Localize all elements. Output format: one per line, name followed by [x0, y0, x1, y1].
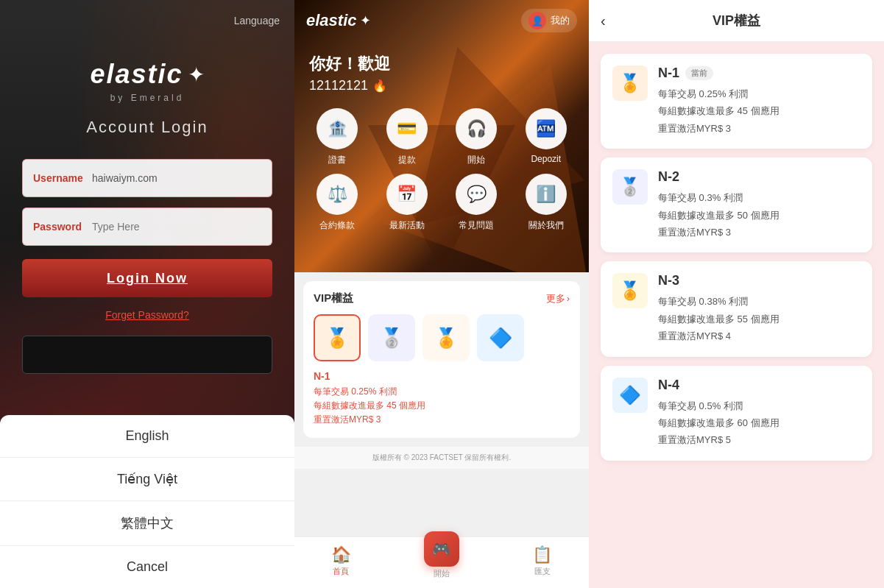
username-row: 12112121 🔥 — [309, 78, 574, 93]
home-username: 12112121 — [309, 78, 368, 93]
home-logo-text: elastic — [306, 11, 357, 30]
activity-icon: 📅 — [386, 174, 428, 215]
activity-label: 最新活動 — [389, 219, 425, 232]
nav-start-button[interactable]: 🎮 開始 — [424, 543, 459, 579]
vip-card-n1: 🏅 N-1 當前 每筆交易 0.25% 利潤 每組數據改進最多 45 個應用 重… — [601, 54, 872, 149]
forget-password-link[interactable]: Forget Password? — [22, 309, 272, 321]
vip-badge-row: 🏅 🥈 🏅 🔷 — [314, 314, 570, 361]
menu-item-certificate[interactable]: 🏦 證書 — [306, 108, 369, 166]
n3-name-row: N-3 — [658, 273, 860, 288]
n1-card-info: N-1 當前 每筆交易 0.25% 利潤 每組數據改進最多 45 個應用 重置激… — [658, 65, 860, 137]
login-form: Username Password Login Now Forget Passw… — [22, 159, 272, 321]
home-logo-icon: ✦ — [360, 13, 371, 29]
vip-page-title: VIP權益 — [712, 12, 760, 29]
menu-item-withdraw[interactable]: 💳 提款 — [376, 108, 439, 166]
language-button[interactable]: Language — [234, 15, 280, 26]
lang-cancel-button[interactable]: Cancel — [0, 546, 294, 588]
home-header: elastic ✦ 👤 我的 你好！歡迎 12112121 🔥 🏦 證書 💳 提 — [294, 0, 589, 272]
terms-icon: ⚖️ — [317, 174, 358, 215]
home-content: VIP權益 更多 › 🏅 🥈 🏅 🔷 — [294, 272, 589, 588]
user-label: 我的 — [551, 14, 570, 27]
n3-card-icon: 🏅 — [619, 280, 641, 301]
password-field: Password — [22, 208, 272, 246]
vip-card-n3: 🏅 N-3 每筆交易 0.38% 利潤 每組數據改進最多 55 個應用 重置激活… — [601, 261, 872, 356]
n2-name-row: N-2 — [658, 169, 860, 185]
start-nav-label: 開始 — [434, 568, 450, 579]
by-emerald-label: by Emerald — [90, 93, 204, 103]
lang-option-english[interactable]: English — [0, 415, 294, 458]
home-panel: elastic ✦ 👤 我的 你好！歡迎 12112121 🔥 🏦 證書 💳 提 — [294, 0, 589, 588]
language-dropdown: English Tiếng Việt 繁體中文 Cancel — [0, 415, 294, 588]
fire-icon: 🔥 — [372, 79, 387, 93]
start-label: 開始 — [467, 154, 485, 166]
home-topbar: elastic ✦ 👤 我的 — [294, 0, 589, 41]
menu-item-start[interactable]: 🎧 開始 — [445, 108, 508, 166]
vip-card-list: 🏅 N-1 當前 每筆交易 0.25% 利潤 每組數據改進最多 45 個應用 重… — [589, 42, 884, 588]
n4-card-name: N-4 — [658, 378, 679, 393]
n2-card-icon: 🥈 — [619, 177, 641, 197]
home-nav-label: 首頁 — [333, 566, 349, 577]
certificate-label: 證書 — [328, 154, 346, 166]
wallet-nav-label: 匯支 — [534, 566, 551, 577]
vip-section: VIP權益 更多 › 🏅 🥈 🏅 🔷 — [303, 281, 580, 438]
chevron-right-icon: › — [567, 293, 570, 304]
menu-item-about[interactable]: ℹ️ 關於我們 — [515, 174, 578, 232]
faq-label: 常見問題 — [459, 219, 494, 232]
n4-name-row: N-4 — [658, 378, 860, 393]
nav-home-button[interactable]: 🏠 首頁 — [331, 545, 351, 577]
login-panel: Language elastic ✦ by Emerald Account Lo… — [0, 0, 294, 588]
user-profile-button[interactable]: 👤 我的 — [521, 9, 577, 32]
n1-card-details: 每筆交易 0.25% 利潤 每組數據改進最多 45 個應用 重置激活MYR$ 3 — [658, 85, 860, 137]
about-icon: ℹ️ — [526, 174, 567, 215]
n2-card-name: N-2 — [658, 169, 679, 185]
menu-item-terms[interactable]: ⚖️ 合約條款 — [306, 174, 369, 232]
wallet-nav-icon: 📋 — [532, 545, 552, 564]
n3-badge-icon: 🏅 — [434, 327, 458, 350]
lang-option-chinese[interactable]: 繁體中文 — [0, 501, 294, 546]
home-footer: 版權所有 © 2023 FACTSET 保留所有權利. — [294, 447, 589, 469]
bottom-navigation: 🏠 首頁 🎮 開始 📋 匯支 — [294, 536, 589, 588]
username-input[interactable] — [92, 172, 261, 184]
vip-section-title: VIP權益 — [314, 291, 353, 305]
n3-card-name: N-3 — [658, 273, 679, 288]
n4-card-icon: 🔷 — [619, 385, 641, 405]
welcome-text: 你好！歡迎 — [309, 53, 574, 75]
home-logo: elastic ✦ — [306, 11, 371, 30]
vip-more-button[interactable]: 更多 › — [546, 292, 570, 305]
vip-badge-n3[interactable]: 🏅 — [422, 314, 470, 361]
n2-card-details: 每筆交易 0.3% 利潤 每組數據改進最多 50 個應用 重置激活MYR$ 3 — [658, 189, 860, 241]
nav-wallet-button[interactable]: 📋 匯支 — [532, 545, 552, 577]
n4-card-details: 每筆交易 0.5% 利潤 每組數據改進最多 60 個應用 重置激活MYR$ 5 — [658, 397, 860, 449]
user-avatar-icon: 👤 — [528, 12, 546, 29]
menu-item-faq[interactable]: 💬 常見問題 — [445, 174, 508, 232]
withdraw-label: 提款 — [398, 154, 416, 166]
vip-badge-n1[interactable]: 🏅 — [314, 314, 361, 361]
password-input[interactable] — [92, 221, 261, 233]
vip-badge-n4[interactable]: 🔷 — [477, 314, 524, 361]
start-icon: 🎧 — [456, 108, 497, 149]
login-button[interactable]: Login Now — [22, 259, 272, 297]
lang-option-vietnamese[interactable]: Tiếng Việt — [0, 458, 294, 501]
deposit-label: Depozit — [531, 154, 561, 164]
n1-badge-icon: 🏅 — [325, 327, 349, 350]
password-label: Password — [33, 221, 92, 233]
faq-icon: 💬 — [456, 174, 497, 215]
login-logo: elastic ✦ by Emerald — [90, 59, 204, 103]
vip-panel: ‹ VIP權益 🏅 N-1 當前 每筆交易 0.25% 利潤 每組數據改進最多 … — [589, 0, 884, 588]
username-field: Username — [22, 159, 272, 197]
menu-item-deposit[interactable]: 🏧 Depozit — [515, 108, 578, 166]
vip-back-button[interactable]: ‹ — [601, 13, 606, 29]
n1-name-row: N-1 當前 — [658, 65, 860, 81]
menu-item-activity[interactable]: 📅 最新活動 — [376, 174, 439, 232]
social-login-button[interactable] — [22, 336, 272, 374]
home-menu-grid: 🏦 證書 💳 提款 🎧 開始 🏧 Depozit ⚖️ 合約條款 📅 最新 — [294, 93, 589, 232]
logo-diamond-icon: ✦ — [188, 63, 205, 87]
n2-badge-icon: 🥈 — [380, 327, 403, 350]
n2-card-info: N-2 每筆交易 0.3% 利潤 每組數據改進最多 50 個應用 重置激活MYR… — [658, 169, 860, 241]
n2-card-badge: 🥈 — [612, 169, 648, 205]
n3-card-info: N-3 每筆交易 0.38% 利潤 每組數據改進最多 55 個應用 重置激活MY… — [658, 273, 860, 344]
about-label: 關於我們 — [528, 219, 564, 232]
logo-text: elastic — [90, 59, 183, 90]
n3-card-details: 每筆交易 0.38% 利潤 每組數據改進最多 55 個應用 重置激活MYR$ 4 — [658, 293, 860, 344]
vip-badge-n2[interactable]: 🥈 — [368, 314, 415, 361]
